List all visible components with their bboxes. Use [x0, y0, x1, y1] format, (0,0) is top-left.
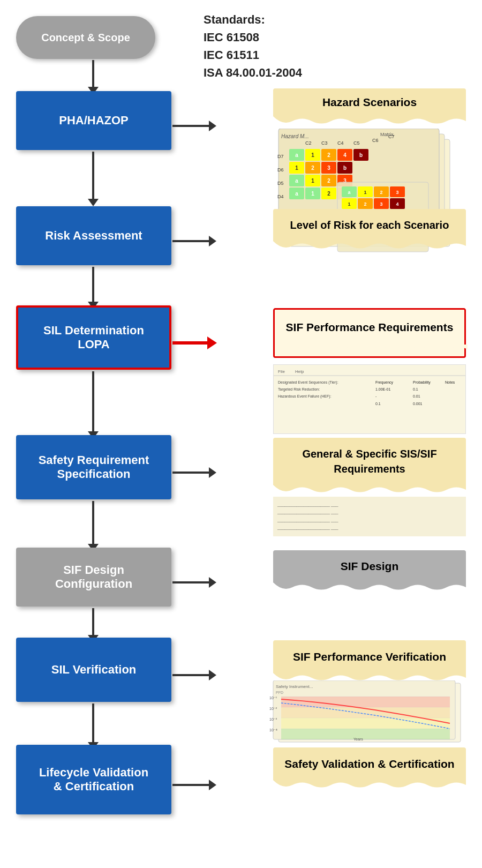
sil-determination-box: SIL Determination LOPA	[16, 305, 171, 370]
arrow-line	[172, 125, 209, 127]
hazard-scenarios-banner: Hazard Scenarios	[273, 88, 466, 128]
arrow-sil-to-srs	[88, 371, 99, 439]
sif-design-banner: SIF Design	[273, 550, 466, 594]
svg-text:3: 3	[380, 201, 382, 207]
arrow-line	[92, 371, 94, 431]
svg-text:Help: Help	[295, 369, 304, 374]
arrow-pha-hazard	[172, 121, 216, 131]
general-doc-line4: ______________________ ___	[277, 524, 462, 532]
standards-line2: IEC 61511	[204, 46, 302, 64]
general-doc-line1: ______________________ ___	[277, 501, 462, 508]
svg-text:Notes: Notes	[445, 380, 455, 384]
arrow-line	[92, 704, 94, 742]
sil-determination-label: SIL Determination LOPA	[43, 324, 144, 351]
arrow-sil-verif-to-lifecycle	[88, 704, 99, 750]
svg-text:D5: D5	[277, 181, 284, 186]
svg-text:0.1: 0.1	[413, 387, 418, 391]
arrow-lifecycle-val-cert	[172, 780, 216, 790]
arrow-concept-to-pha	[88, 60, 99, 94]
arrow-line	[92, 608, 94, 635]
svg-text:Targeted Risk Reduction:: Targeted Risk Reduction:	[278, 387, 320, 392]
sil-verification-label: SIL Verification	[51, 663, 137, 677]
arrow-line	[172, 472, 209, 474]
arrow-head	[209, 121, 216, 131]
risk-assessment-label: Risk Assessment	[45, 229, 142, 243]
concept-label: Concept & Scope	[41, 32, 130, 44]
svg-text:2: 2	[327, 152, 330, 158]
svg-text:2: 2	[327, 191, 330, 197]
svg-text:C2: C2	[305, 140, 312, 146]
arrow-head	[209, 467, 216, 478]
arrow-head	[88, 199, 99, 206]
svg-text:1.00E-01: 1.00E-01	[375, 387, 391, 391]
concept-oval: Concept & Scope	[16, 16, 155, 59]
sif-doc-svg: File Help Designated Event Sequences (Ti…	[274, 365, 466, 434]
svg-text:Hazardous Event Failure (HEF):: Hazardous Event Failure (HEF):	[278, 394, 332, 399]
svg-text:2: 2	[311, 165, 314, 171]
standards-text: Standards: IEC 61508 IEC 61511 ISA 84.00…	[204, 11, 302, 81]
safety-req-spec-box: Safety Requirement Specification	[16, 435, 171, 499]
svg-text:D7: D7	[277, 154, 284, 159]
svg-text:D4: D4	[277, 194, 284, 199]
sif-verif-chart: Safety Instrument... PFD 10⁻¹ 10⁻² 10⁻³ …	[268, 680, 477, 745]
svg-text:b: b	[343, 165, 347, 171]
svg-text:10⁻¹: 10⁻¹	[269, 696, 277, 700]
arrow-line	[92, 501, 94, 544]
arrow-line	[172, 581, 209, 583]
svg-text:1: 1	[364, 190, 366, 195]
arrow-risk-to-sil	[88, 267, 99, 309]
safety-validation-banner: Safety Validation & Certification	[273, 747, 466, 792]
arrow-sil-sif-perf	[172, 336, 217, 349]
svg-text:10⁻²: 10⁻²	[269, 707, 277, 710]
arrow-head	[207, 336, 217, 349]
safety-validation-label: Safety Validation & Certification	[273, 747, 466, 780]
svg-text:a: a	[295, 191, 298, 197]
svg-text:1: 1	[348, 201, 350, 207]
sif-design-label: SIF Design	[273, 550, 466, 582]
svg-text:1: 1	[295, 165, 298, 171]
sif-doc-visual: File Help Designated Event Sequences (Ti…	[273, 364, 466, 434]
svg-text:1: 1	[311, 178, 314, 184]
standards-title: Standards:	[204, 11, 302, 28]
svg-text:D6: D6	[277, 167, 284, 173]
wavy-bottom-general	[273, 485, 466, 495]
svg-text:10⁻⁴: 10⁻⁴	[269, 728, 277, 732]
arrow-head	[209, 236, 216, 246]
arrow-line	[172, 240, 209, 242]
lifecycle-validation-box: Lifecycle Validation & Certification	[16, 745, 171, 814]
arrow-line	[172, 341, 207, 345]
wavy-bottom	[273, 116, 466, 126]
sif-perf-verif-banner: SIF Performance Verification	[273, 640, 466, 685]
lifecycle-validation-label: Lifecycle Validation & Certification	[39, 766, 148, 794]
svg-rect-82	[274, 365, 466, 434]
arrow-sil-verif-perf-verif	[172, 670, 216, 680]
svg-rect-113	[281, 729, 450, 739]
svg-text:b: b	[359, 152, 363, 158]
svg-text:2: 2	[380, 190, 382, 195]
svg-text:C5: C5	[353, 140, 360, 146]
svg-text:Designated Event Sequences (Ti: Designated Event Sequences (Tier):	[278, 380, 338, 385]
arrow-head	[209, 780, 216, 790]
svg-text:a: a	[295, 152, 298, 158]
svg-text:1: 1	[311, 191, 314, 197]
pha-hazop-box: PHA/HAZOP	[16, 91, 171, 150]
general-doc-line2: ______________________ ___	[277, 508, 462, 516]
wavy-bottom-sif-design	[273, 582, 466, 592]
sif-design-config-label: SIF Design Configuration	[55, 563, 132, 591]
svg-text:File: File	[278, 369, 285, 374]
svg-text:4: 4	[343, 152, 347, 158]
svg-text:0.001: 0.001	[413, 402, 423, 406]
sif-perf-req-label: SIF Performance Requirements	[275, 310, 464, 345]
wavy-bottom-safety-val	[273, 780, 466, 790]
svg-text:Frequency: Frequency	[375, 380, 394, 385]
arrow-line	[92, 152, 94, 199]
wavy-bottom-risk	[273, 241, 466, 251]
arrow-sif-config-design	[172, 577, 216, 588]
svg-text:C7: C7	[388, 134, 395, 139]
arrow-line	[172, 784, 209, 786]
svg-text:C3: C3	[321, 140, 328, 146]
svg-rect-112	[281, 718, 450, 729]
svg-rect-110	[281, 697, 450, 707]
svg-text:Years: Years	[353, 737, 363, 741]
svg-text:Hazard M...: Hazard M...	[281, 133, 309, 139]
